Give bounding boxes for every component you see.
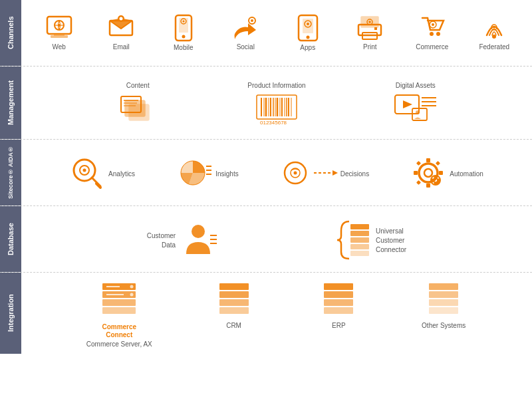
- svg-rect-110: [219, 283, 249, 290]
- channels-label: Channels: [0, 0, 21, 66]
- svg-point-109: [130, 293, 134, 297]
- svg-point-11: [182, 35, 185, 38]
- svg-marker-57: [403, 100, 412, 108]
- universal-connector-icon: [336, 219, 370, 260]
- apps-icon: [297, 15, 319, 41]
- svg-point-28: [436, 32, 440, 36]
- commerce-server-label: Commerce Server, AX: [86, 340, 152, 348]
- content-icon: [118, 92, 157, 127]
- mgmt-digital-assets: Digital Assets: [392, 79, 439, 127]
- social-icon: [231, 15, 260, 41]
- database-label: Database: [0, 206, 21, 272]
- channel-print: Print: [346, 15, 393, 51]
- architecture-diagram: Channels Web: [0, 0, 532, 399]
- channel-email: Email: [98, 15, 144, 51]
- svg-rect-79: [426, 158, 430, 162]
- svg-rect-98: [350, 231, 369, 236]
- db-customer-data: CustomerData: [147, 222, 217, 257]
- svg-rect-84: [436, 160, 440, 165]
- svg-point-108: [130, 285, 134, 289]
- svg-point-74: [293, 171, 297, 174]
- svg-rect-24: [374, 27, 377, 30]
- channel-social: Social: [222, 15, 269, 51]
- svg-point-20: [307, 23, 309, 25]
- svg-rect-119: [429, 291, 458, 298]
- svg-rect-121: [429, 307, 458, 314]
- aida-analytics: Analytics: [70, 156, 135, 190]
- channel-commerce: Commerce: [409, 15, 456, 51]
- social-label: Social: [237, 43, 255, 51]
- integration-erp: ERP: [315, 281, 362, 330]
- database-content: CustomerData: [21, 206, 532, 272]
- email-label: Email: [113, 43, 130, 51]
- svg-rect-83: [416, 160, 421, 165]
- svg-point-65: [83, 168, 86, 172]
- svg-rect-104: [102, 299, 136, 306]
- decisions-label: Decisions: [340, 170, 369, 178]
- mobile-label: Mobile: [174, 44, 193, 52]
- automation-icon: [411, 156, 446, 190]
- universal-connector-label: UniversalCustomerConnector: [376, 227, 406, 255]
- svg-rect-117: [324, 307, 353, 314]
- svg-rect-120: [429, 299, 458, 306]
- decisions-arrow-icon: [313, 168, 338, 178]
- svg-rect-82: [439, 171, 443, 175]
- svg-point-31: [492, 35, 496, 39]
- svg-rect-92: [438, 178, 440, 182]
- svg-rect-10: [179, 18, 188, 33]
- svg-point-8: [120, 17, 123, 20]
- decisions-icon: [281, 158, 310, 188]
- management-content: Content Product Information: [21, 66, 532, 139]
- db-universal-connector: UniversalCustomerConnector: [336, 219, 406, 260]
- crm-label: CRM: [226, 322, 241, 330]
- digital-assets-label-top: Digital Assets: [396, 82, 436, 90]
- svg-point-15: [251, 19, 253, 22]
- customer-data-icon: [182, 222, 217, 257]
- svg-rect-97: [350, 224, 369, 229]
- channels-row: Channels Web: [0, 0, 532, 66]
- product-info-label-top: Product Information: [247, 82, 305, 90]
- integration-other-systems: Other Systems: [420, 281, 467, 330]
- content-label-top: Content: [126, 82, 150, 90]
- commerce-server-icon: [98, 281, 140, 319]
- email-icon: [107, 15, 135, 41]
- svg-point-33: [493, 26, 495, 29]
- svg-rect-118: [429, 283, 458, 290]
- svg-rect-99: [350, 237, 369, 243]
- integration-crm: CRM: [211, 281, 257, 330]
- svg-rect-85: [416, 180, 421, 184]
- svg-point-78: [424, 169, 432, 177]
- svg-rect-115: [324, 291, 353, 298]
- automation-label: Automation: [450, 170, 483, 178]
- svg-rect-81: [414, 171, 418, 175]
- svg-rect-2: [54, 33, 65, 36]
- erp-icon: [321, 281, 356, 319]
- other-systems-label: Other Systems: [422, 322, 466, 330]
- insights-label: Insights: [215, 170, 238, 178]
- aida-content: Analytics: [21, 140, 532, 205]
- mgmt-content: Content: [114, 79, 161, 127]
- aida-label: Sitecore® AIDA®: [0, 140, 21, 205]
- commerce-connect-label: CommerceConnect: [102, 323, 136, 339]
- svg-point-30: [432, 23, 434, 26]
- svg-point-5: [58, 24, 61, 27]
- svg-point-13: [182, 20, 184, 22]
- analytics-icon: [70, 156, 104, 190]
- federated-label: Federated: [479, 43, 509, 51]
- channel-federated: Federated: [471, 15, 517, 51]
- svg-rect-111: [219, 291, 249, 298]
- channels-content: Web Email: [21, 0, 532, 66]
- management-label: Management: [0, 66, 21, 139]
- svg-rect-100: [350, 244, 369, 249]
- channel-mobile: Mobile: [160, 15, 207, 52]
- svg-rect-101: [350, 251, 369, 256]
- customer-data-label: CustomerData: [147, 231, 176, 250]
- mgmt-product-info: Product Information: [247, 79, 305, 127]
- product-info-icon: 012345678: [253, 92, 300, 127]
- digital-assets-icon: [392, 92, 439, 127]
- insights-icon: [177, 156, 211, 190]
- print-label: Print: [363, 43, 377, 51]
- svg-rect-80: [426, 184, 430, 188]
- svg-point-93: [192, 225, 205, 238]
- web-label: Web: [53, 43, 66, 51]
